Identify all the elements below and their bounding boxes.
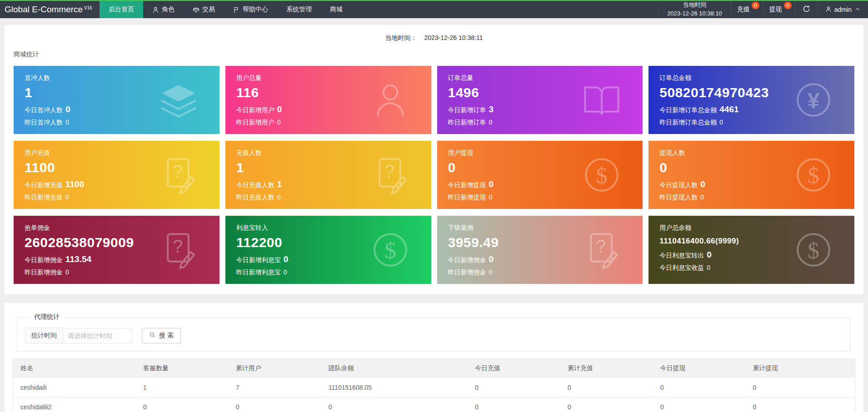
table-cell: 1110151608.05 xyxy=(321,378,468,397)
search-button[interactable]: 搜 索 xyxy=(142,328,181,343)
withdraw-button[interactable]: 提现 0 xyxy=(763,1,795,18)
agent-table-col-header: 客服数量 xyxy=(136,359,229,378)
agent-panel: 代理统计 统计时间 搜 索 姓名客服数量累计用户团队余额今日充值累计充值今日提现… xyxy=(5,303,863,412)
nav-item-label: 后台首页 xyxy=(109,5,134,14)
stat-card-line-value: 1 xyxy=(277,179,282,189)
local-time-value: 2023-12-26 10:38:10 xyxy=(667,10,722,18)
stat-card-line-value: 0 xyxy=(65,119,69,126)
stat-card-line-value: 113.54 xyxy=(65,254,91,264)
agent-fieldset: 代理统计 统计时间 搜 索 xyxy=(17,313,851,352)
stat-card-total-order-amount: 订单总金额50820174970423今日新增订单总金额4461昨日新增订单总金… xyxy=(649,66,854,134)
recharge-button[interactable]: 充值 0 xyxy=(730,1,763,18)
svg-text:$: $ xyxy=(808,237,819,263)
agent-table: 姓名客服数量累计用户团队余额今日充值累计充值今日提现累计提现 ceshidail… xyxy=(13,359,855,412)
recharge-button-label: 充值 xyxy=(737,5,750,14)
stat-card-line-label: 今日新增佣金 xyxy=(25,256,63,263)
nav-item-label: 交易 xyxy=(202,5,215,14)
stat-card-lixibao-in: 利息宝转入112200今日新增利息宝0昨日新增利息宝0$ xyxy=(225,216,431,284)
edit-question-icon: ? xyxy=(159,230,199,270)
dollar-circle-icon: $ xyxy=(370,230,410,270)
stat-card-line-label: 今日充值人数 xyxy=(236,181,274,189)
stat-card-total-orders: 订单总量1496今日新增订单3昨日新增订单0 xyxy=(437,66,643,134)
stat-card-line-label: 今日新增佣金 xyxy=(448,256,486,263)
edit-question-icon: ? xyxy=(582,230,622,270)
stat-card-recharge-users: 充值人数1今日充值人数1昨日充值人数0? xyxy=(225,141,431,209)
stats-cards-grid: 首冲人数1今日首冲人数0昨日首冲人数0用户总量116今日新增用户0昨日新增用户0… xyxy=(14,66,854,284)
table-cell: 0 xyxy=(560,397,653,412)
table-cell: 7 xyxy=(229,378,321,397)
agent-table-col-header: 今日充值 xyxy=(468,359,560,378)
stat-card-line-label: 昨日新增提现 xyxy=(448,194,486,201)
dollar-circle-icon: $ xyxy=(793,230,833,270)
user-icon xyxy=(825,6,832,14)
svg-text:?: ? xyxy=(596,236,606,257)
stat-card-line-value: 0 xyxy=(489,179,494,189)
search-button-label: 搜 索 xyxy=(159,332,174,340)
svg-text:?: ? xyxy=(173,236,183,257)
app-logo: Global E-Commerce V16 xyxy=(0,1,100,18)
dollar-circle-icon: $ xyxy=(582,155,622,195)
stat-card-line-label: 昨日新增利息宝 xyxy=(236,268,281,276)
nav-item-label: 帮助中心 xyxy=(243,5,268,14)
stat-card-line-value: 0 xyxy=(284,268,287,276)
stat-card-user-recharge: 用户充值1100今日新增充值1100昨日新增充值0? xyxy=(14,141,219,209)
nav-item-dashboard[interactable]: 后台首页 xyxy=(100,1,143,18)
recharge-badge: 0 xyxy=(752,2,759,9)
stat-card-total-users: 用户总量116今日新增用户0昨日新增用户0 xyxy=(225,66,431,134)
user-icon xyxy=(152,6,159,13)
table-cell: ceshidaili xyxy=(13,378,136,397)
stat-card-withdraw-users: 提现人数0今日提现人数0昨日提现人数0$ xyxy=(649,141,854,209)
agent-table-header-row: 姓名客服数量累计用户团队余额今日充值累计充值今日提现累计提现 xyxy=(13,359,855,378)
agent-search-form: 统计时间 搜 索 xyxy=(25,328,850,344)
nav-item-system[interactable]: 系统管理 xyxy=(277,1,321,18)
stat-card-line-label: 今日利息宝转出 xyxy=(659,252,704,259)
nav-item-mall[interactable]: 商城 xyxy=(321,1,352,18)
svg-text:¥: ¥ xyxy=(808,89,820,113)
refresh-button[interactable] xyxy=(795,1,818,18)
stat-card-line-value: 0 xyxy=(700,194,704,201)
refresh-icon xyxy=(803,5,810,15)
stat-time-input[interactable] xyxy=(63,328,132,343)
layers-icon xyxy=(159,80,199,120)
stat-card-user-withdraw: 用户提现0今日新增提现0昨日新增提现0$ xyxy=(437,141,643,209)
nav-item-roles[interactable]: 角色 xyxy=(143,1,184,18)
table-cell: 0 xyxy=(653,397,746,412)
local-time-label: 当地时间 xyxy=(667,1,722,10)
logo-version: V16 xyxy=(84,5,92,10)
nav-item-help-center[interactable]: 帮助中心 xyxy=(224,1,277,18)
main-content: 当地时间： 2023-12-26 10:38:11 商城统计 首冲人数1今日首冲… xyxy=(0,25,868,412)
stat-card-line-label: 昨日新增佣金 xyxy=(25,268,63,276)
table-cell: 0 xyxy=(136,397,229,412)
table-cell: ceshidalili2 xyxy=(13,397,136,412)
user-icon xyxy=(370,80,410,120)
agent-table-col-header: 今日提现 xyxy=(653,359,746,378)
stat-card-line-label: 今日首冲人数 xyxy=(25,106,63,114)
username: admin xyxy=(834,6,852,13)
stat-card-line-label: 昨日提现人数 xyxy=(659,194,698,201)
stat-card-line-label: 昨日新增佣金 xyxy=(448,268,486,276)
logo-text: Global E-Commerce xyxy=(5,5,83,15)
stat-card-line-value: 0 xyxy=(489,254,494,264)
svg-text:?: ? xyxy=(384,161,394,182)
stat-card-line-label: 昨日新增订单 xyxy=(448,119,486,126)
topbar-right: 当地时间 2023-12-26 10:38:10 充值 0 提现 0 admin xyxy=(658,1,868,18)
user-menu[interactable]: admin xyxy=(818,1,868,18)
stat-card-line-label: 昨日新增用户 xyxy=(236,119,274,126)
chevron-up-icon xyxy=(854,6,861,14)
stats-section-title: 商城统计 xyxy=(14,50,854,59)
nav-item-trade[interactable]: 交易 xyxy=(184,1,224,18)
stat-card-line-value: 0 xyxy=(489,119,493,126)
stat-card-line-value: 0 xyxy=(65,194,69,201)
book-icon xyxy=(582,80,622,120)
stat-card-first-recharge-users: 首冲人数1今日首冲人数0昨日首冲人数0 xyxy=(14,66,219,134)
yen-circle-icon: ¥ xyxy=(793,80,833,120)
main-nav: 后台首页角色交易帮助中心系统管理商城 xyxy=(100,1,352,18)
table-cell: 0 xyxy=(468,378,560,397)
agent-table-col-header: 团队余额 xyxy=(321,359,468,378)
topbar: Global E-Commerce V16 后台首页角色交易帮助中心系统管理商城… xyxy=(0,0,868,18)
table-cell: 0 xyxy=(321,397,468,412)
flag-icon xyxy=(233,6,240,13)
edit-question-icon: ? xyxy=(370,155,410,195)
stat-card-order-commission: 抢单佣金26028538079009今日新增佣金113.54昨日新增佣金0? xyxy=(14,216,219,284)
stat-card-line-label: 今日新增订单 xyxy=(448,106,486,114)
